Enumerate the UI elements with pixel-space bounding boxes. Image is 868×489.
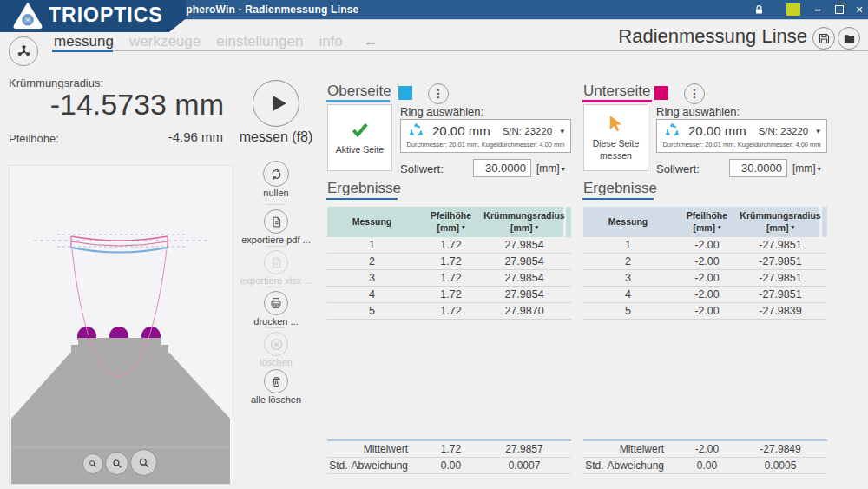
brand-name: TRIOPTICS — [49, 3, 163, 27]
results-title: Ergebnisse — [327, 180, 401, 197]
measure-button[interactable] — [253, 80, 299, 127]
section-oberseite: Oberseite ⋮ Aktive Seite Ring auswählen:… — [326, 76, 579, 485]
table-row[interactable]: 51.7227.9870 — [327, 303, 571, 320]
zero-button[interactable] — [263, 161, 289, 187]
tab-info[interactable]: info — [319, 33, 342, 50]
stats-row: Mittelwert-2.00-27.9849 — [583, 441, 827, 458]
magnifier-icon — [111, 458, 123, 470]
unit-select[interactable]: [mm] ▾ — [536, 162, 565, 175]
ring-select-label: Ring auswählen: — [656, 105, 740, 118]
delete-button[interactable] — [264, 332, 288, 356]
zoom-medium-button[interactable] — [105, 452, 128, 475]
tab-messung[interactable]: messung — [54, 33, 114, 50]
close-button[interactable]: × — [856, 0, 868, 19]
header-gutter — [822, 207, 827, 237]
stats-row: Std.-Abweichung0.000.0005 — [583, 458, 827, 474]
ring-size: 20.00 mm — [432, 123, 490, 138]
stage-control-button[interactable] — [9, 36, 38, 66]
column-header-pfeilhoehe[interactable]: Pfeilhöhe [mm]▾ — [673, 207, 741, 237]
minimize-button[interactable]: – — [814, 0, 826, 19]
back-arrow-icon[interactable]: ← — [364, 33, 378, 50]
page-title: Radienmessung Linse — [608, 25, 807, 48]
export-pdf-label: exportiere pdf ... — [224, 235, 328, 245]
export-pdf-icon — [270, 215, 283, 228]
table-row[interactable]: 11.7227.9854 — [327, 237, 571, 254]
print-button[interactable] — [264, 291, 288, 315]
section-title-underline — [326, 100, 390, 102]
lens-view — [9, 165, 233, 485]
table-row[interactable]: 1-2.00-27.9851 — [583, 237, 827, 254]
table-row[interactable]: 4-2.00-27.9851 — [583, 287, 827, 303]
ring-icon — [664, 122, 681, 139]
card-label: Diese Seite messen — [584, 138, 648, 162]
print-label: drucken ... — [224, 316, 328, 327]
sag-value: -4.96 mm — [87, 129, 223, 144]
ring-serial: S/N: 23220 — [503, 126, 553, 136]
header-gutter — [566, 207, 571, 237]
magnifier-icon — [137, 456, 151, 470]
results-title-underline — [582, 198, 654, 200]
column-header-messung[interactable]: Messung — [327, 207, 417, 237]
measure-this-side-card[interactable]: Diese Seite messen — [583, 104, 648, 171]
trash-icon — [270, 375, 283, 388]
results-title-underline — [326, 198, 398, 200]
column-header-kruemmungsradius[interactable]: Krümmungsradius [mm]▾ — [485, 207, 563, 237]
lock-icon[interactable] — [753, 0, 765, 19]
table-row[interactable]: 41.7227.9854 — [327, 287, 571, 303]
results-table: Messung Pfeilhöhe [mm]▾ Krümmungsradius … — [583, 207, 827, 320]
ring-select-dropdown[interactable]: 20.00 mm S/N: 23220 ▾ Durchmesser: 20.01… — [400, 119, 571, 153]
sollwert-label: Sollwert: — [400, 162, 444, 175]
table-row[interactable]: 5-2.00-27.9839 — [583, 303, 827, 320]
zoom-large-button[interactable] — [130, 449, 157, 476]
delete-all-label: alle löschen — [224, 394, 328, 405]
section-title: Unterseite — [583, 83, 650, 100]
column-header-kruemmungsradius[interactable]: Krümmungsradius [mm]▾ — [741, 207, 819, 237]
section-title: Oberseite — [327, 83, 391, 100]
sollwert-input[interactable] — [729, 159, 787, 177]
table-row[interactable]: 3-2.00-27.9851 — [583, 270, 827, 287]
delete-all-button[interactable] — [264, 369, 288, 393]
sort-arrow-icon: ▾ — [462, 224, 465, 232]
tab-werkzeuge[interactable]: werkzeuge — [129, 33, 201, 50]
nav-divider — [52, 50, 868, 51]
active-tab-underline — [52, 50, 113, 52]
save-button[interactable] — [812, 27, 835, 50]
table-row[interactable]: 31.7227.9854 — [327, 270, 571, 287]
cursor-icon — [606, 114, 626, 134]
export-pdf-button[interactable] — [264, 209, 288, 234]
restore-button[interactable] — [835, 0, 844, 19]
chevron-down-icon: ▾ — [818, 165, 821, 173]
chevron-down-icon: ▾ — [816, 127, 820, 135]
stats-row: Mittelwert1.7227.9857 — [327, 441, 571, 458]
ring-size: 20.00 mm — [688, 123, 746, 138]
delete-icon — [269, 337, 284, 352]
sollwert-input[interactable] — [473, 159, 531, 177]
export-xlsx-button[interactable] — [264, 250, 288, 274]
side-menu-button[interactable]: ⋮ — [684, 83, 705, 104]
radius-value: -14.5733 mm — [9, 88, 224, 122]
magnifier-icon — [88, 459, 98, 469]
ring-select-dropdown[interactable]: 20.00 mm S/N: 23220 ▾ Durchmesser: 20.01… — [656, 119, 827, 153]
sort-arrow-icon: ▾ — [536, 224, 539, 232]
table-row[interactable]: 2-2.00-27.9851 — [583, 254, 827, 270]
export-xlsx-icon — [270, 256, 283, 269]
active-side-card[interactable]: Aktive Seite — [327, 104, 392, 171]
ring-select-label: Ring auswählen: — [400, 105, 483, 118]
tools-divider — [266, 246, 286, 247]
ring-icon — [408, 122, 424, 139]
section-title-underline — [582, 100, 652, 102]
column-header-pfeilhoehe[interactable]: Pfeilhöhe [mm]▾ — [417, 207, 485, 237]
results-table: Messung Pfeilhöhe [mm]▾ Krümmungsradius … — [327, 207, 571, 320]
column-header-messung[interactable]: Messung — [583, 207, 673, 237]
trioptics-logo-icon — [13, 3, 43, 30]
side-menu-button[interactable]: ⋮ — [428, 83, 449, 104]
tab-einstellungen[interactable]: einstellungen — [216, 33, 303, 50]
ring-detail: Durchmesser: 20.01 mm, Kugeldurchmesser:… — [401, 141, 570, 149]
tools-divider — [266, 327, 286, 328]
zoom-small-button[interactable] — [82, 453, 103, 474]
save-icon — [818, 32, 831, 45]
table-row[interactable]: 21.7227.9854 — [327, 254, 571, 270]
open-folder-button[interactable] — [838, 27, 860, 50]
unit-select[interactable]: [mm] ▾ — [792, 162, 821, 175]
unit-label: [mm] — [536, 162, 560, 175]
